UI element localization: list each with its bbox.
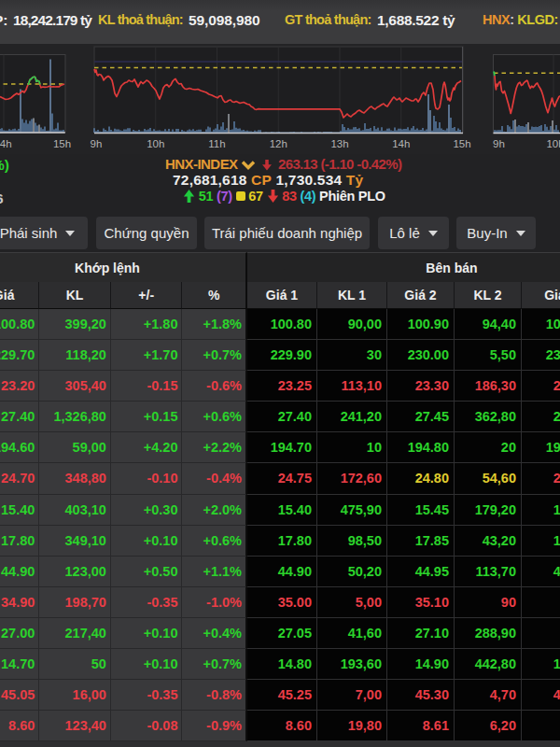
svg-text:10h: 10h [546, 138, 560, 149]
svg-text:9h: 9h [493, 138, 505, 149]
svg-text:11h: 11h [208, 138, 225, 149]
svg-text:12h: 12h [270, 138, 287, 149]
svg-text:9h: 9h [91, 138, 103, 149]
svg-text:14h: 14h [0, 138, 12, 149]
svg-text:15h: 15h [453, 138, 470, 149]
svg-text:14h: 14h [392, 138, 410, 149]
svg-text:10h: 10h [147, 138, 164, 149]
svg-text:13h: 13h [330, 138, 348, 149]
svg-text:15h: 15h [53, 138, 71, 149]
